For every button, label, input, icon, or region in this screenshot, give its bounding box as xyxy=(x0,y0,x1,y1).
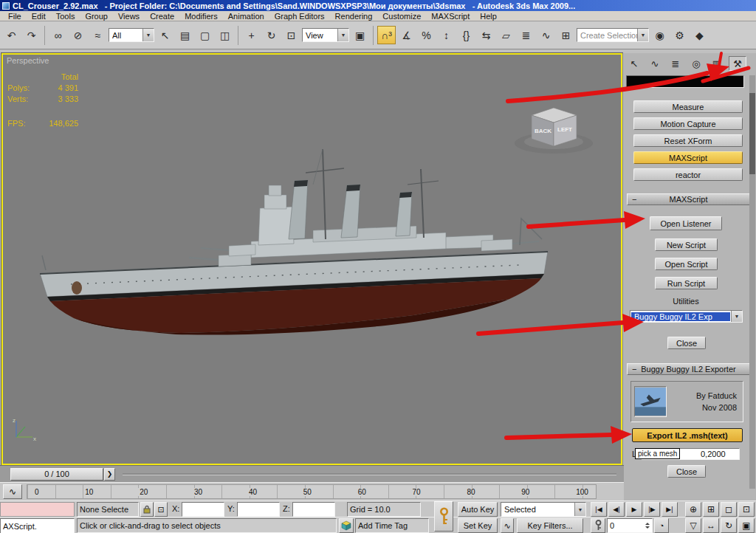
chevron-down-icon[interactable]: ▼ xyxy=(574,503,585,516)
export-il2-button[interactable]: Export IL2 .msh(text) xyxy=(632,428,743,442)
go-to-start-button[interactable]: |◀ xyxy=(591,502,607,517)
select-and-link-icon[interactable]: ∞ xyxy=(49,26,67,44)
undo-icon[interactable]: ↶ xyxy=(2,26,21,44)
maxscript-mini-listener[interactable]: AXScript. xyxy=(0,518,75,533)
go-to-end-button[interactable]: ▶| xyxy=(662,502,678,517)
menu-item[interactable]: Group xyxy=(80,12,113,21)
mirror-icon[interactable]: ⇆ xyxy=(477,26,495,44)
open-listener-button[interactable]: Open Listener xyxy=(650,216,722,230)
menu-item[interactable]: Create xyxy=(145,12,179,21)
previous-frame-button[interactable]: ◀| xyxy=(608,502,625,517)
tab-modify[interactable]: ∿ xyxy=(646,56,664,71)
set-keys-button[interactable] xyxy=(434,501,453,532)
menu-item[interactable]: File xyxy=(3,12,27,21)
render-setup-icon[interactable]: ⚙ xyxy=(670,26,689,44)
material-editor-icon[interactable]: ◉ xyxy=(650,26,669,44)
snaps-toggle-icon[interactable]: ∩³ xyxy=(377,26,396,44)
y-field[interactable] xyxy=(237,502,280,517)
curve-editor-icon[interactable]: ∿ xyxy=(537,26,555,44)
tab-create[interactable]: ↖ xyxy=(625,56,643,71)
track-bar[interactable]: ∿ 0102030405060708090100 xyxy=(0,482,624,501)
menu-item[interactable]: Graph Editors xyxy=(269,12,330,21)
angle-snap-icon[interactable]: ∡ xyxy=(397,26,416,44)
key-filters-button[interactable]: Key Filters... xyxy=(517,518,583,533)
utility-reset-xform-button[interactable]: Reset XForm xyxy=(633,134,743,147)
tab-hierarchy[interactable]: ≣ xyxy=(667,56,684,71)
time-slider-track[interactable] xyxy=(123,473,616,475)
select-by-name-icon[interactable]: ▤ xyxy=(176,26,194,44)
redo-icon[interactable]: ↷ xyxy=(22,26,41,44)
schematic-view-icon[interactable]: ⊞ xyxy=(557,26,575,44)
time-slider-handle[interactable]: 0 / 100 xyxy=(10,468,103,481)
z-field[interactable] xyxy=(292,502,335,517)
percent-snap-icon[interactable]: % xyxy=(417,26,436,44)
maximize-viewport-icon[interactable]: ▣ xyxy=(738,518,755,533)
menu-item[interactable]: Modifiers xyxy=(179,12,223,21)
zoom-extents-icon[interactable]: ◻ xyxy=(721,502,737,517)
chevron-down-icon[interactable]: ▼ xyxy=(637,29,648,41)
next-frame-arrow[interactable]: ❯ xyxy=(104,468,115,481)
menu-item[interactable]: Rendering xyxy=(330,12,378,21)
edit-named-sets-icon[interactable]: {} xyxy=(457,26,475,44)
default-tangent-icon[interactable]: ∿ xyxy=(501,518,514,533)
selection-lock-icon[interactable] xyxy=(140,502,154,517)
x-field[interactable] xyxy=(182,502,224,517)
new-script-button[interactable]: New Script xyxy=(655,238,718,251)
window-crossing-icon[interactable]: ◫ xyxy=(216,26,234,44)
select-object-icon[interactable]: ↖ xyxy=(156,26,174,44)
select-move-icon[interactable]: + xyxy=(242,26,261,44)
named-selection-sets-combo[interactable]: Create Selection Set ▼ xyxy=(577,28,649,42)
unlink-selection-icon[interactable]: ⊘ xyxy=(69,26,87,44)
zoom-all-icon[interactable]: ⊞ xyxy=(703,502,719,517)
field-of-view-icon[interactable]: ▽ xyxy=(685,518,701,533)
menu-item[interactable]: Help xyxy=(475,12,502,21)
rect-selection-region-icon[interactable]: ▢ xyxy=(196,26,214,44)
spinner-snap-icon[interactable]: ↕ xyxy=(437,26,456,44)
mini-curve-editor-icon[interactable]: ∿ xyxy=(3,484,22,499)
utility-sets-field[interactable] xyxy=(626,75,744,88)
select-rotate-icon[interactable]: ↻ xyxy=(262,26,281,44)
menu-item[interactable]: Views xyxy=(113,12,145,21)
panel-scrollbar-thumb[interactable] xyxy=(749,93,755,174)
tab-motion[interactable]: ◎ xyxy=(687,56,705,71)
utility-measure-button[interactable]: Measure xyxy=(633,100,743,113)
exporter-rollout-header[interactable]: Buggy Buggy IL2 Exporter xyxy=(627,363,750,375)
frame-spinner[interactable] xyxy=(645,520,650,531)
exporter-close-button[interactable]: Close xyxy=(667,465,706,478)
layer-manager-icon[interactable]: ≣ xyxy=(517,26,535,44)
arc-rotate-icon[interactable]: ↻ xyxy=(721,518,737,533)
absolute-offset-mode-icon[interactable]: ⊡ xyxy=(154,502,168,517)
utility-maxscript-button[interactable]: MAXScript xyxy=(633,151,743,164)
open-script-button[interactable]: Open Script xyxy=(655,258,718,270)
bind-to-space-warp-icon[interactable]: ≈ xyxy=(89,26,107,44)
zoom-extents-all-icon[interactable]: ⊡ xyxy=(738,502,755,517)
chevron-down-icon[interactable]: ▼ xyxy=(142,29,154,41)
zoom-icon[interactable]: ⊕ xyxy=(685,502,701,517)
chevron-down-icon[interactable]: ▼ xyxy=(337,29,348,41)
tab-display[interactable]: ▥ xyxy=(708,56,726,71)
selection-filter-dropdown[interactable]: All ▼ xyxy=(109,28,154,42)
panel-scrollbar[interactable] xyxy=(749,75,755,489)
time-configuration-icon[interactable]: ◔ xyxy=(654,518,669,533)
pan-icon[interactable]: ↔ xyxy=(703,518,719,533)
time-slider[interactable]: 0 / 100 ❯ xyxy=(0,465,624,482)
menu-item[interactable]: Customize xyxy=(377,12,426,21)
view-cube[interactable]: BACK LEFT xyxy=(512,99,600,158)
play-button[interactable]: ▶ xyxy=(626,502,642,517)
utility-reactor-button[interactable]: reactor xyxy=(633,168,743,181)
select-scale-icon[interactable]: ⊡ xyxy=(282,26,300,44)
next-frame-button[interactable]: |▶ xyxy=(644,502,660,517)
current-frame-field[interactable]: 0 xyxy=(607,518,653,533)
macro-recorder-line[interactable] xyxy=(0,502,75,517)
auto-key-button[interactable]: Auto Key xyxy=(458,502,498,517)
use-center-icon[interactable]: ▣ xyxy=(351,26,369,44)
chevron-down-icon[interactable]: ▼ xyxy=(731,311,742,322)
tab-utilities[interactable]: ⚒ xyxy=(729,56,746,71)
perspective-viewport[interactable]: Perspective Total Polys:4 391 Verts:3 33… xyxy=(1,53,622,465)
maxscript-rollout-header[interactable]: MAXScript xyxy=(627,193,750,205)
reference-coordinate-dropdown[interactable]: View ▼ xyxy=(302,28,349,42)
key-selection-dropdown[interactable]: Selected ▼ xyxy=(501,502,586,517)
align-icon[interactable]: ▱ xyxy=(497,26,515,44)
set-key-mode-button[interactable]: Set Key xyxy=(458,518,498,533)
render-production-icon[interactable]: ◆ xyxy=(690,26,709,44)
